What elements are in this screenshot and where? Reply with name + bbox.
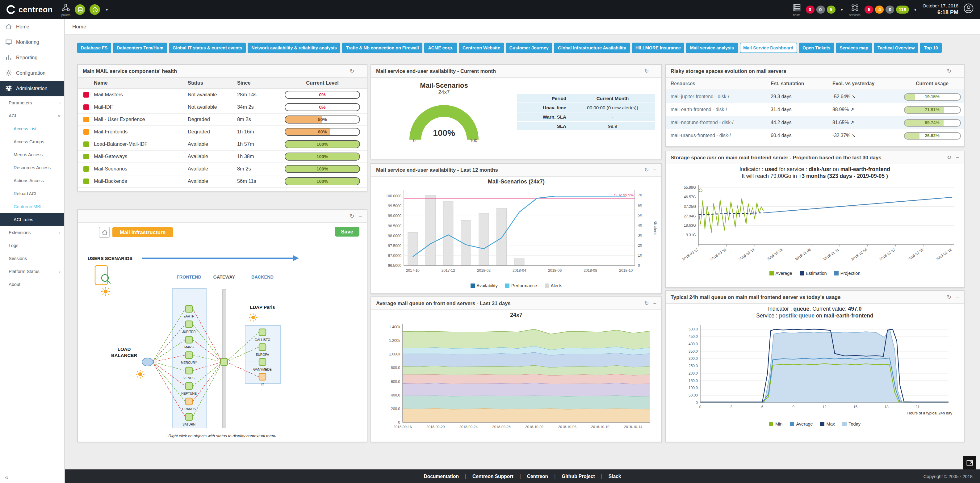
status-square-icon	[83, 92, 89, 97]
footer-link-github-project[interactable]: Github Project	[562, 473, 595, 479]
sidebar-subitem-resources-access[interactable]: Resources Access	[0, 161, 64, 174]
services-badge-0[interactable]: 5	[865, 6, 873, 14]
infra-map-title-badge[interactable]: Mail Infrastructure	[112, 227, 173, 237]
svg-text:2018-10-02: 2018-10-02	[525, 425, 543, 429]
fullscreen-toggle-button[interactable]	[963, 456, 976, 469]
sidebar-subitem-reload-acl[interactable]: Reload ACL	[0, 187, 64, 200]
svg-text:JUPITER: JUPITER	[182, 330, 196, 333]
tab-global-it-status-current-events[interactable]: Global IT status & current events	[169, 43, 246, 53]
sidebar-subitem-about[interactable]: About	[0, 278, 64, 291]
top-bar: centreon pollers ▾ hosts 005 ▾	[0, 0, 980, 19]
collapse-icon[interactable]: −	[956, 155, 959, 160]
infra-home-icon[interactable]	[99, 227, 110, 238]
resource-name[interactable]: mail-earth-frontend - disk-/	[666, 107, 771, 112]
level-cell: 50%	[278, 115, 367, 124]
tab-mail-service-dashboard[interactable]: Mail Service Dashboard	[740, 43, 797, 53]
resource-name[interactable]: mail-neptune-frontend - disk-/	[666, 120, 771, 125]
collapse-icon[interactable]: −	[653, 68, 656, 74]
latency-status-icon[interactable]	[89, 4, 100, 15]
tab-database-fs[interactable]: Database FS	[77, 43, 111, 53]
tab-network-availability-reliability-analysis[interactable]: Network availability & reliability analy…	[248, 43, 340, 53]
sidebar-collapse-button[interactable]: «	[5, 474, 8, 481]
tab-acme-corp[interactable]: ACME corp.	[424, 43, 457, 53]
refresh-icon[interactable]: ↻	[644, 167, 649, 173]
footer-link-documentation[interactable]: Documentation	[424, 473, 459, 479]
sidebar-subitem-parameters[interactable]: Parameters›	[0, 96, 64, 109]
user-avatar-icon[interactable]	[963, 3, 974, 16]
tab-hillmore-insurance[interactable]: HILLMORE Insurance	[632, 43, 684, 53]
svg-text:800.0: 800.0	[391, 366, 400, 370]
tab-top-10[interactable]: Top 10	[920, 43, 942, 53]
refresh-icon[interactable]: ↻	[644, 300, 649, 306]
hosts-icon[interactable]: hosts	[792, 3, 801, 16]
refresh-icon[interactable]: ↻	[644, 68, 649, 74]
footer-link-centreon-support[interactable]: Centreon Support	[473, 473, 514, 479]
panel-title: Risky storage spaces evolution on mail s…	[671, 68, 786, 74]
refresh-icon[interactable]: ↻	[947, 294, 951, 300]
legend-swatch	[769, 422, 773, 426]
collapse-icon[interactable]: −	[956, 294, 959, 300]
tab-open-tickets[interactable]: Open Tickets	[799, 43, 834, 53]
sidebar-subitem-actions-access[interactable]: Actions Access	[0, 174, 64, 187]
component-since: 8m 2s	[237, 166, 278, 172]
footer-link-centreon[interactable]: Centreon	[527, 473, 548, 479]
services-chevron-down-icon[interactable]: ▾	[914, 7, 916, 12]
collapse-icon[interactable]: −	[956, 68, 959, 74]
sidebar-subitem-access-groups[interactable]: Access Groups	[0, 135, 64, 148]
pollers-chevron-down-icon[interactable]: ▾	[106, 7, 108, 12]
level-cell: 0%	[278, 91, 367, 99]
sidebar-item-monitoring[interactable]: Monitoring	[0, 35, 64, 50]
breadcrumb-home-link[interactable]: Home	[72, 24, 86, 30]
availability-gauge: Mail-Scenarios 24x7 100%0100	[371, 78, 517, 159]
tab-mail-service-analysis[interactable]: Mail service analysis	[686, 43, 738, 53]
save-button[interactable]: Save	[335, 227, 360, 237]
collapse-icon[interactable]: −	[358, 68, 362, 74]
tab-trafic-nb-connection-on-firewall[interactable]: Trafic & Nb connection on Firewall	[342, 43, 423, 53]
tab-services-map[interactable]: Services map	[836, 43, 872, 53]
collapse-icon[interactable]: −	[653, 167, 656, 173]
sidebar-subitem-centreon-mbi[interactable]: Centreon MBI	[0, 200, 64, 213]
sidebar-item-home[interactable]: Home	[0, 19, 64, 35]
sidebar-subitem-access-list[interactable]: Access List	[0, 122, 64, 135]
sidebar-subitem-acl-rules[interactable]: ACL rules	[0, 213, 64, 226]
infrastructure-diagram[interactable]: USERS SCENARIOSFRONTENDGATEWAYBACKENDLDA…	[78, 210, 367, 442]
resource-name[interactable]: mail-uranus-frontend - disk-/	[666, 133, 771, 138]
services-badge-2[interactable]: 0	[886, 6, 894, 14]
tab-global-infrastructure-availability[interactable]: Global Infrastructure Availability	[554, 43, 630, 53]
resource-name[interactable]: mail-jupiter-frontend - disk-/	[666, 94, 771, 99]
sidebar-item-administration[interactable]: Administration	[0, 81, 64, 96]
hosts-badge-2[interactable]: 5	[827, 6, 835, 14]
footer-link-slack[interactable]: Slack	[609, 473, 621, 479]
tab-tactical-overview[interactable]: Tactical Overview	[874, 43, 918, 53]
collapse-icon[interactable]: −	[653, 300, 656, 306]
sidebar-subitem-acl[interactable]: ACL∨	[0, 109, 64, 122]
sidebar-subitem-extensions[interactable]: Extensions›	[0, 226, 64, 239]
pollers-icon[interactable]: pollers	[61, 3, 70, 16]
sidebar-subitem-platform-status[interactable]: Platform Status›	[0, 265, 64, 278]
hosts-chevron-down-icon[interactable]: ▾	[841, 7, 843, 12]
services-badge-1[interactable]: 4	[875, 6, 884, 14]
refresh-icon[interactable]: ↻	[947, 68, 951, 74]
hosts-badge-1[interactable]: 0	[816, 6, 825, 14]
services-status-group: services 540118 ▾	[849, 3, 918, 16]
svg-text:IO: IO	[261, 383, 264, 386]
services-badge-3[interactable]: 118	[896, 6, 909, 14]
sidebar-item-configuration[interactable]: Configuration	[0, 65, 64, 81]
svg-text:200.0: 200.0	[688, 371, 697, 376]
tab-centreon-website[interactable]: Centreon Website	[459, 43, 504, 53]
refresh-icon[interactable]: ↻	[350, 68, 354, 74]
sidebar-subitem-logs[interactable]: Logs	[0, 239, 64, 252]
gauge-title: Mail-Scenarios	[420, 81, 468, 89]
svg-text:100.0000: 100.0000	[386, 194, 401, 198]
tab-customer-journey[interactable]: Customer Journey	[506, 43, 552, 53]
centreon-logo[interactable]: centreon	[0, 5, 61, 14]
sidebar-item-reporting[interactable]: Reporting	[0, 50, 64, 65]
services-icon[interactable]: services	[849, 3, 861, 16]
sidebar-subitem-menus-access[interactable]: Menus Access	[0, 148, 64, 161]
hosts-badge-0[interactable]: 0	[805, 6, 814, 14]
refresh-icon[interactable]: ↻	[947, 155, 951, 160]
usage-bar-label: 19.15%	[904, 94, 960, 100]
sidebar-subitem-sessions[interactable]: Sessions	[0, 252, 64, 265]
database-status-icon[interactable]	[75, 4, 85, 15]
tab-datacenters-tem-hum[interactable]: Datacenters Tem/Hum	[113, 43, 167, 53]
